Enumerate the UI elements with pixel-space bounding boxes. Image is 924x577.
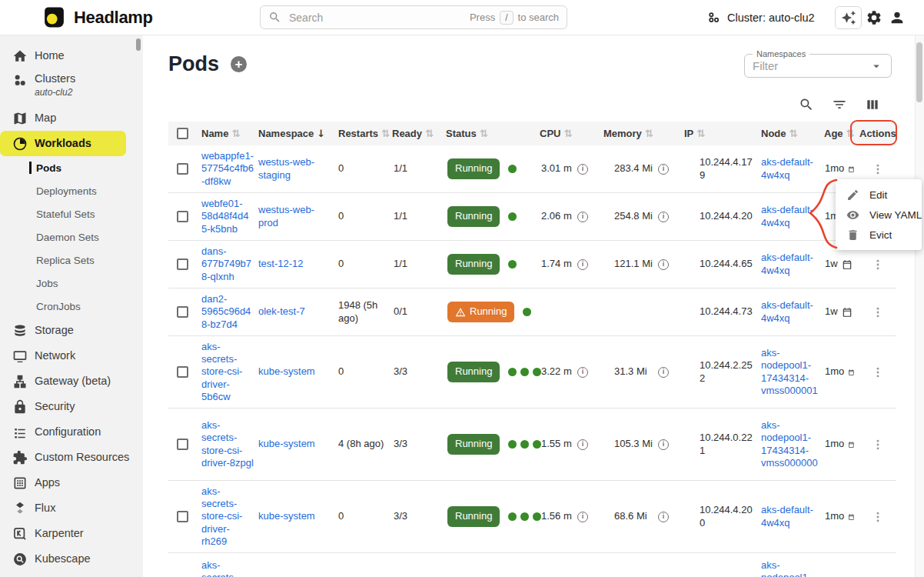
pod-name-link[interactable]: aks-secrets-store-csi-driver-5b6cw [201,341,242,402]
pod-name-link[interactable]: aks-secrets-store-csi-driver-rh269 [201,485,242,547]
ai-assistant-button[interactable] [835,6,862,29]
sidebar-item-replica-sets[interactable]: Replica Sets [0,248,143,272]
pod-name-link[interactable]: dans-677b749b78-qlxnh [201,245,251,282]
more-actions-icon[interactable] [871,162,885,176]
menu-item-evict[interactable]: Evict [836,225,922,245]
row-checkbox[interactable] [177,511,188,522]
column-header-ip[interactable]: IP⇅ [680,128,756,139]
sidebar-item-gateway-beta[interactable]: Gateway (beta) [0,369,143,394]
more-actions-icon[interactable] [871,510,885,524]
sidebar-item-pods[interactable]: Pods [0,156,143,179]
info-icon[interactable]: i [577,367,588,378]
sidebar-item-workloads[interactable]: Workloads [0,131,126,156]
user-icon[interactable] [889,9,906,26]
row-checkbox[interactable] [177,439,188,450]
menu-item-edit[interactable]: Edit [836,185,922,205]
node-link[interactable]: aks-nodepool1-17434314-vmss000001 [761,347,818,396]
search-input[interactable] [288,11,464,25]
namespace-link[interactable]: kube-system [258,510,315,522]
global-search[interactable]: Press / to search [260,5,567,29]
info-icon[interactable]: i [577,212,588,222]
sidebar-item-clusters[interactable]: Clustersauto-clu2 [0,68,143,105]
sidebar-scrollbar[interactable] [136,38,141,51]
info-icon[interactable]: i [658,439,669,450]
more-actions-icon[interactable] [871,258,885,272]
namespace-link[interactable]: kube-system [258,365,315,377]
column-header-namespace[interactable]: Namespace↓ [254,128,334,139]
namespace-link[interactable]: westus-web-staging [258,156,314,180]
sort-icon[interactable]: ⇅ [480,128,488,139]
menu-item-view-yaml[interactable]: View YAML [836,205,922,225]
node-link[interactable]: aks-default-4w4xq [761,299,813,323]
more-actions-icon[interactable] [871,365,885,379]
sidebar-item-jobs[interactable]: Jobs [0,272,143,295]
more-actions-icon[interactable] [871,438,885,452]
pod-name-link[interactable]: webfe01-58d48f4d45-k5bnb [201,198,248,235]
sort-icon[interactable]: ⇅ [696,128,705,139]
column-header-restarts[interactable]: Restarts⇅ [334,128,387,139]
node-link[interactable]: aks-default-4w4xq [761,252,813,275]
info-icon[interactable]: i [658,259,669,270]
namespace-link[interactable]: westus-web-prod [258,204,314,228]
sort-icon[interactable]: ⇅ [846,128,855,139]
sidebar-item-cronjobs[interactable]: CronJobs [0,295,143,318]
sidebar-item-map[interactable]: Map [0,105,143,131]
info-icon[interactable]: i [577,512,588,522]
sidebar-item-home[interactable]: Home [0,43,143,68]
page-scrollbar-thumb[interactable] [916,42,922,102]
sidebar-item-deployments[interactable]: Deployments [0,179,143,202]
row-checkbox[interactable] [177,163,188,175]
sidebar-item-daemon-sets[interactable]: Daemon Sets [0,225,143,248]
column-header-status[interactable]: Status⇅ [441,128,535,139]
info-icon[interactable]: i [577,439,588,450]
node-link[interactable]: aks-default-4w4xq [761,156,813,180]
column-header-ready[interactable]: Ready⇅ [387,128,441,139]
column-header-node[interactable]: Node⇅ [756,128,819,139]
pod-name-link[interactable]: webappfe1-57754c4fb6-df8kw [201,150,254,187]
create-pod-button[interactable]: + [231,56,247,72]
sidebar-item-configuration[interactable]: Configuration [0,419,143,445]
sidebar-item-karpenter[interactable]: Karpenter [0,521,143,546]
sort-icon[interactable]: ⇅ [563,128,572,139]
node-link[interactable]: aks-default-4w4xq [761,504,813,528]
namespace-link[interactable]: olek-test-7 [258,305,305,317]
info-icon[interactable]: i [577,259,588,270]
sidebar-item-storage[interactable]: Storage [0,318,143,343]
row-checkbox[interactable] [177,258,188,270]
sidebar-item-kubescape[interactable]: Kubescape [0,546,143,572]
column-header-memory[interactable]: Memory⇅ [599,128,680,139]
sort-desc-icon[interactable]: ↓ [317,128,325,139]
pod-name-link[interactable]: dan2-5965c96d48-bz7d4 [201,293,251,330]
sort-icon[interactable]: ⇅ [425,128,434,139]
sort-icon[interactable]: ⇅ [789,128,798,139]
pod-name-link[interactable]: aks-secrets-store-csi-driver-8zpgl [201,419,254,469]
column-header-name[interactable]: Name⇅ [197,128,254,139]
sort-icon[interactable]: ⇅ [645,128,653,139]
row-checkbox[interactable] [177,366,188,378]
info-icon[interactable]: i [658,367,669,378]
settings-gear-icon[interactable] [866,9,882,26]
pod-name-link[interactable]: aks-secrets- [201,559,237,577]
sidebar-item-network[interactable]: Network [0,343,143,369]
column-header-actions[interactable]: Actions [855,128,896,139]
table-search-icon[interactable] [799,97,814,112]
sidebar-item-stateful-sets[interactable]: Stateful Sets [0,202,143,225]
namespaces-filter-dropdown[interactable]: Namespaces Filter [744,54,892,78]
node-link[interactable]: aks-nodepool1-17434314-vmss000000 [761,419,818,469]
select-all-checkbox[interactable] [177,128,188,139]
column-header-cpu[interactable]: CPU⇅ [535,128,599,139]
filter-icon[interactable] [832,97,847,112]
sidebar-item-flux[interactable]: Flux [0,495,143,521]
cluster-selector[interactable]: Cluster: auto-clu2 [706,0,815,35]
namespace-link[interactable]: test-12-12 [258,258,304,269]
info-icon[interactable]: i [658,212,669,222]
column-header-age[interactable]: Age⇅ [819,128,855,139]
info-icon[interactable]: i [577,164,588,175]
sidebar-item-apps[interactable]: Apps [0,470,143,495]
node-link[interactable]: aks-nodepool1- [761,559,811,577]
row-checkbox[interactable] [177,306,188,318]
sort-icon[interactable]: ⇅ [231,128,240,139]
info-icon[interactable]: i [658,164,669,175]
info-icon[interactable]: i [658,512,669,522]
page-scrollbar[interactable] [915,35,924,577]
